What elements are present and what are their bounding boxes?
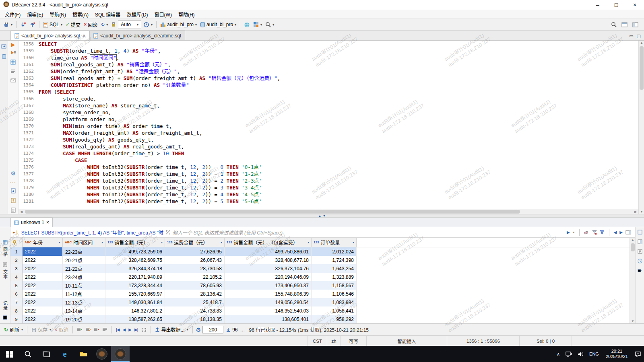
cancel-button[interactable]: × 取消 (54, 326, 69, 333)
grid-cell[interactable]: 499,723,259.06 (105, 247, 165, 256)
code-line[interactable]: 1368 system_order_no, (19, 109, 638, 116)
menu-item-7[interactable]: 窗口(W) (151, 10, 175, 19)
code-line[interactable]: 1362 SUM(order_freight_amt_t) AS "运费金额（元… (19, 68, 638, 75)
grid-cell[interactable]: 155,748,806.39 (225, 290, 312, 298)
transaction-mode-button[interactable]: ↻ ▾ (99, 20, 109, 29)
sash-down-icon[interactable]: ▼ (323, 214, 326, 217)
row-number-cell[interactable]: 2 (10, 256, 23, 264)
close-button[interactable]: × (625, 0, 644, 10)
first-page-button[interactable]: |◀ (115, 327, 120, 332)
grid-cell[interactable]: 146,327,801.2 (105, 306, 165, 315)
history-back-icon[interactable]: ◀ (614, 230, 617, 234)
menu-item-8[interactable]: 帮助(H) (175, 10, 198, 19)
more-options-button[interactable]: ··· (10, 179, 16, 185)
metadata-panel-icon[interactable] (638, 259, 642, 265)
editor-results-splitter[interactable]: ▲ ▼ (0, 214, 644, 218)
code-line[interactable]: 1381 WHEN toInt32(SUBSTR(order_time_t, 1… (19, 198, 638, 205)
edit-add-row-button[interactable] (76, 327, 83, 332)
last-page-button[interactable]: ▶| (134, 327, 139, 332)
code-line[interactable]: 1377 WHEN toInt32(SUBSTR(order_time_t, 1… (19, 171, 638, 177)
grid-cell[interactable]: 28,730.58 (165, 264, 225, 273)
lock-button[interactable] (110, 20, 117, 29)
row-number-cell[interactable]: 1 (10, 247, 23, 256)
edge-browser-button[interactable]: e (56, 346, 74, 362)
app-button-1[interactable] (93, 346, 111, 362)
menu-item-3[interactable]: 导航(N) (46, 10, 69, 19)
grid-cell[interactable]: 138,605,401 (225, 315, 312, 323)
save-script-button[interactable] (11, 188, 16, 195)
open-perspective-button[interactable] (620, 20, 629, 29)
grid-cell[interactable]: 26,067.43 (165, 256, 225, 264)
close-tab-icon[interactable]: × (83, 33, 85, 38)
row-number-cell[interactable]: 9 (10, 315, 23, 323)
grid-cell[interactable]: 2022 (23, 281, 63, 290)
goto-row-button[interactable] (140, 327, 147, 332)
code-line[interactable]: 1365FROM (SELECT (19, 88, 638, 95)
menu-item-6[interactable]: 数据库(D) (124, 10, 151, 19)
code-line[interactable]: 1375 CASE (19, 157, 638, 164)
refs-panel-icon[interactable] (638, 268, 642, 274)
column-header-1[interactable]: ABC年份▾ (23, 238, 63, 247)
edit-grid-button[interactable] (101, 327, 108, 332)
code-line[interactable]: 1364 COUNT(DISTINCT platform_order_no) A… (19, 82, 638, 88)
code-line[interactable]: 1376 WHEN toInt32(SUBSTR(order_time_t, 1… (19, 164, 638, 171)
record-mode-toggle[interactable]: 记录 (2, 301, 8, 311)
prev-page-button[interactable]: ◀ (122, 327, 126, 332)
grid-cell[interactable]: 11-12点 (63, 290, 105, 298)
grid-cell[interactable]: 78,605.93 (165, 281, 225, 290)
datasource-sync-button[interactable] (243, 20, 251, 29)
column-header-6[interactable]: 123订单数量▾ (312, 238, 357, 247)
code-line[interactable]: 1373 SUM(real_goods_amt) AS real_goods_a… (19, 143, 638, 150)
row-number-cell[interactable]: 6 (10, 290, 23, 298)
grid-cell[interactable]: 220,171,940.89 (105, 273, 165, 281)
code-line[interactable]: 1370 MIN(min_order_time) AS order_time_t… (19, 123, 638, 130)
filter-run-icon[interactable]: ▸❘ (13, 230, 19, 235)
task-view-button[interactable] (37, 346, 56, 362)
column-filter-icon[interactable]: ▾ (161, 241, 163, 244)
start-button[interactable] (0, 346, 19, 362)
code-line[interactable]: 1372 SUM(goods_qty) AS goods_qty_t, (19, 136, 638, 143)
grid-cell[interactable]: 2022 (23, 273, 63, 281)
export-data-button[interactable]: 导出数据... ▾ (154, 326, 189, 333)
code-line[interactable]: 1361 SUM(real_goods_amt_t) AS "销售金额（元）", (19, 61, 638, 68)
fetch-all-button[interactable]: 96 (225, 327, 238, 333)
code-line[interactable]: 1374 CASE WHEN LENGTH(order_time_t) > 10… (19, 150, 638, 157)
taskbar-search-button[interactable] (19, 346, 37, 362)
edit-copy-row-button[interactable] (85, 327, 91, 332)
autocommit-combo[interactable]: Auto ▾ (118, 21, 141, 29)
code-line[interactable]: 1359 SUBSTR(order_time_t, 1, 4) AS "年份", (19, 47, 638, 54)
script-log-button[interactable] (11, 208, 16, 214)
grid-cell[interactable]: 328,462,609.75 (105, 256, 165, 264)
grid-cell[interactable]: 499,750,886.01 (225, 247, 312, 256)
code-line[interactable]: 1369 platform_order_no, (19, 116, 638, 123)
scrollbar-thumb[interactable] (25, 210, 520, 214)
grid-cell[interactable]: 173,328,344.44 (105, 281, 165, 290)
menu-item-5[interactable]: SQL 编辑器 (92, 10, 124, 19)
code-line[interactable]: 1366 store_code, (19, 95, 638, 102)
script-statistics-button[interactable] (10, 69, 16, 75)
grid-cell[interactable]: 138,587,262.65 (105, 315, 165, 323)
code-line[interactable]: 1360 time_area AS "时间区间", (19, 54, 638, 61)
column-filter-icon[interactable]: ▾ (221, 241, 222, 244)
restore-navigator-icon[interactable] (1, 44, 6, 50)
scroll-right-icon[interactable]: ▶ (633, 210, 638, 214)
minimize-view-icon[interactable]: ▭ (629, 33, 633, 39)
grid-cell[interactable]: 2022 (23, 298, 63, 306)
maximize-results-icon[interactable] (638, 230, 642, 236)
code-line[interactable]: 1371 MAX(order_freight_amt) AS order_fre… (19, 130, 638, 136)
grid-cell[interactable]: 328,488,677.18 (225, 256, 312, 264)
connection-selector[interactable]: audit_bi_pro ▾ (159, 20, 198, 29)
tray-expand-icon[interactable]: ∧ (554, 346, 563, 362)
column-filter-icon[interactable]: ▾ (353, 241, 354, 244)
grid-cell[interactable]: 220,194,046.09 (225, 273, 312, 281)
grid-cell[interactable]: 22,105.2 (165, 273, 225, 281)
column-filter-icon[interactable]: ▾ (101, 241, 103, 244)
transaction-log-button[interactable]: ▾ (142, 20, 154, 29)
row-number-cell[interactable]: 3 (10, 264, 23, 273)
quick-search-button[interactable] (610, 20, 618, 29)
commit-button[interactable]: ✓ 提交 (64, 20, 82, 29)
explain-plan-button[interactable] (10, 60, 16, 66)
editor-tab-cleartime[interactable]: <audit_bi_pro> analysis_cleartime.sql (89, 31, 185, 40)
scrollbar-thumb[interactable] (631, 243, 635, 251)
column-filter-icon[interactable]: ▾ (308, 241, 309, 244)
